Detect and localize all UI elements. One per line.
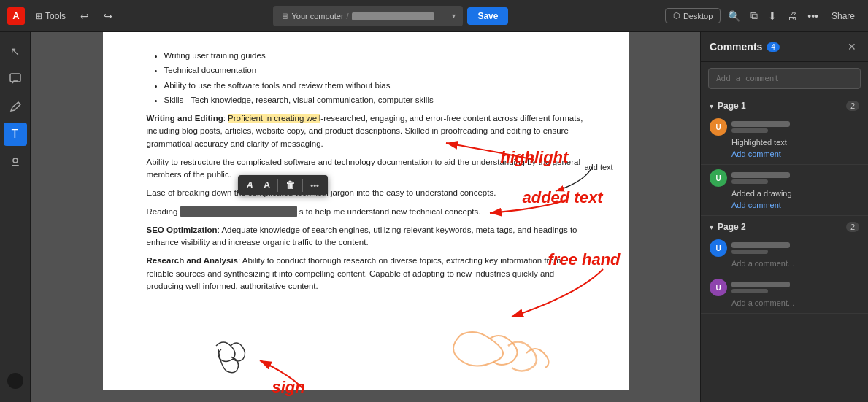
add-comment-link[interactable]: Add comment bbox=[731, 150, 859, 158]
panel-close-button[interactable]: ✕ bbox=[845, 39, 859, 54]
bullet-item: Technical documentation bbox=[164, 64, 585, 77]
location-separator: / bbox=[347, 12, 349, 20]
stamp-tool-button[interactable] bbox=[4, 150, 27, 174]
comment-text: Highlighted text bbox=[731, 138, 859, 147]
timestamp-blur bbox=[731, 128, 768, 133]
popup-divider bbox=[277, 179, 278, 192]
bullet-item: Skills - Tech knowledge, research, visua… bbox=[164, 94, 585, 107]
bullet-item: Writing user training guides bbox=[164, 50, 585, 62]
writing-paragraph: Writing and Editing: Proficient in creat… bbox=[147, 112, 585, 150]
avatar: U bbox=[710, 279, 727, 296]
main-area: ↖ T Writing user training guides Technic… bbox=[0, 32, 868, 402]
bold-button[interactable]: A bbox=[259, 178, 274, 192]
redo-button[interactable]: ↪ bbox=[99, 7, 117, 25]
avatar: U bbox=[710, 239, 727, 257]
tools-icon: ⊞ bbox=[35, 11, 42, 21]
left-sidebar: ↖ T bbox=[0, 32, 31, 402]
location-chevron-icon: ▾ bbox=[452, 12, 456, 20]
document-page: Writing user training guides Technical d… bbox=[103, 32, 629, 390]
comment-tool-button[interactable] bbox=[4, 67, 27, 90]
timestamp-blur bbox=[731, 250, 768, 254]
comment-item: U Add a comment... bbox=[701, 235, 868, 274]
add-text-label: add text bbox=[585, 161, 613, 174]
comment-item: U Highlighted text Add comment bbox=[701, 114, 868, 165]
add-comment-link[interactable]: Add comment bbox=[731, 201, 859, 209]
page2-group: ▾ Page 2 2 U Add a comment... bbox=[701, 219, 868, 314]
undo-button[interactable]: ↩ bbox=[76, 7, 93, 25]
tools-button[interactable]: ⊞ Tools bbox=[31, 8, 70, 24]
freehand-annotation-label: free hand bbox=[548, 247, 621, 271]
comment-text: Add a comment... bbox=[731, 259, 859, 268]
comment-item: U Added a drawing Add comment bbox=[701, 165, 868, 216]
add-comment-input[interactable] bbox=[708, 68, 861, 89]
page2-chevron-icon: ▾ bbox=[710, 223, 713, 231]
comment-item: U Add a comment... bbox=[701, 274, 868, 314]
copy-button[interactable]: ⧉ bbox=[748, 7, 761, 25]
highlighted-text: Proficient in creating well bbox=[228, 114, 320, 123]
username-blur bbox=[731, 282, 790, 287]
page2-group-header[interactable]: ▾ Page 2 2 bbox=[701, 219, 868, 235]
panel-title: Comments bbox=[710, 41, 762, 53]
page2-label: Page 2 bbox=[718, 222, 746, 232]
seo-heading: SEO Optimization bbox=[147, 225, 218, 234]
share-button[interactable]: Share bbox=[826, 8, 861, 24]
select-tool-button[interactable]: ↖ bbox=[4, 39, 27, 63]
page2-count: 2 bbox=[846, 222, 859, 232]
location-bar[interactable]: 🖥 Your computer / ████████████████ ▾ bbox=[273, 6, 463, 26]
toolbar-right: ⬡ Desktop 🔍 ⧉ ⬇ 🖨 ••• Share bbox=[665, 7, 861, 25]
acrobat-logo: A bbox=[7, 7, 25, 25]
italic-button[interactable]: A bbox=[242, 178, 258, 192]
avatar: U bbox=[710, 118, 727, 136]
desktop-label: Desktop bbox=[683, 12, 713, 20]
username-blur bbox=[731, 172, 790, 178]
reading-paragraph: Reading s to help me understand new tech… bbox=[147, 206, 585, 218]
document-area: Writing user training guides Technical d… bbox=[31, 32, 700, 402]
timestamp-blur bbox=[731, 179, 768, 184]
username-blur bbox=[731, 121, 790, 127]
comments-count-badge: 4 bbox=[767, 42, 780, 52]
timestamp-blur bbox=[731, 289, 768, 293]
sign-annotation-label: sign bbox=[272, 375, 305, 399]
page1-chevron-icon: ▾ bbox=[710, 102, 713, 110]
svg-point-1 bbox=[13, 158, 18, 163]
bullet-list: Writing user training guides Technical d… bbox=[164, 50, 585, 107]
highlight-annotation-label: highlight bbox=[501, 145, 569, 169]
tools-label: Tools bbox=[45, 11, 66, 21]
added-text-annotation-label: added text bbox=[523, 185, 603, 209]
research-heading: Research and Analysis bbox=[147, 256, 239, 265]
toolbar-left: A ⊞ Tools ↩ ↪ bbox=[7, 7, 117, 25]
page1-label: Page 1 bbox=[718, 101, 746, 111]
toolbar-center: 🖥 Your computer / ████████████████ ▾ Sav… bbox=[123, 6, 659, 26]
text-format-popup: A A 🗑 ••• bbox=[238, 175, 328, 195]
color-picker[interactable] bbox=[7, 373, 23, 389]
panel-header: Comments 4 ✕ bbox=[701, 32, 868, 62]
comment-text: Added a drawing bbox=[731, 189, 859, 198]
location-prefix: Your computer bbox=[291, 12, 343, 20]
writing-heading: Writing and Editing bbox=[147, 114, 223, 123]
more-popup-button[interactable]: ••• bbox=[306, 179, 323, 191]
research-paragraph: Research and Analysis: Ability to conduc… bbox=[147, 255, 585, 293]
comments-panel: Comments 4 ✕ ▾ Page 1 2 U bbox=[700, 32, 868, 402]
print-button[interactable]: 🖨 bbox=[784, 7, 800, 25]
bullet-item: Ability to use the software tools and re… bbox=[164, 80, 585, 92]
seo-paragraph: SEO Optimization: Adequate knowledge of … bbox=[147, 224, 585, 250]
page1-count: 2 bbox=[846, 101, 859, 111]
delete-popup-button[interactable]: 🗑 bbox=[281, 178, 299, 192]
more-button[interactable]: ••• bbox=[804, 7, 821, 25]
svg-rect-2 bbox=[12, 165, 19, 166]
comments-scroll[interactable]: ▾ Page 1 2 U Highlighted text bbox=[701, 95, 868, 402]
page1-group: ▾ Page 1 2 U Highlighted text bbox=[701, 98, 868, 216]
search-button[interactable]: 🔍 bbox=[725, 7, 743, 25]
draw-tool-button[interactable] bbox=[4, 95, 27, 118]
computer-icon: 🖥 bbox=[280, 12, 288, 20]
file-path: ████████████████ bbox=[352, 12, 450, 20]
download-button[interactable]: ⬇ bbox=[765, 7, 780, 25]
comment-text: Add a comment... bbox=[731, 298, 859, 307]
desktop-icon: ⬡ bbox=[673, 11, 680, 20]
desktop-button[interactable]: ⬡ Desktop bbox=[665, 8, 721, 23]
page1-group-header[interactable]: ▾ Page 1 2 bbox=[701, 98, 868, 114]
page-scroll[interactable]: Writing user training guides Technical d… bbox=[31, 32, 700, 402]
text-tool-button[interactable]: T bbox=[4, 123, 27, 146]
save-button[interactable]: Save bbox=[467, 7, 508, 25]
ease-paragraph: Ease of breaking down the complicated te… bbox=[147, 187, 585, 199]
